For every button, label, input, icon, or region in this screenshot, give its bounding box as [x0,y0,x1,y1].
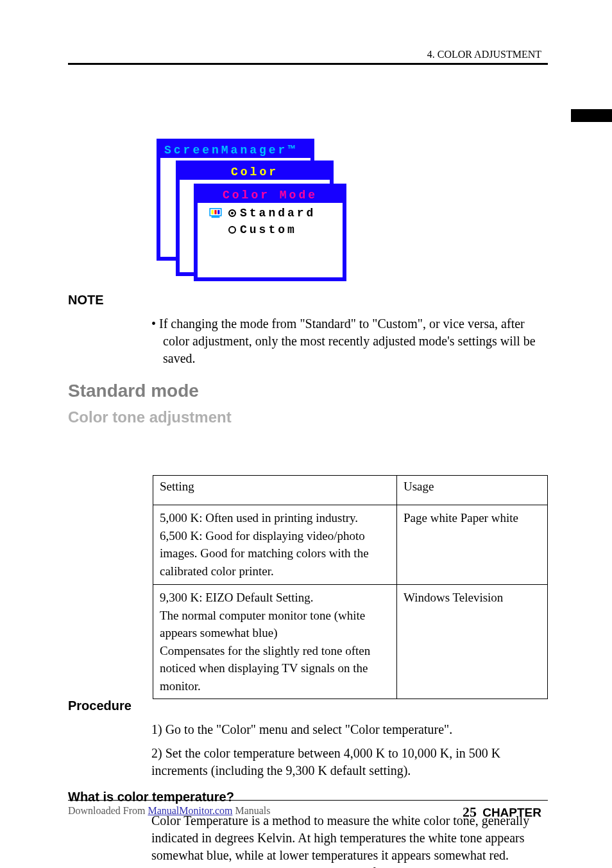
radio-unselected-icon [228,226,236,234]
svg-rect-3 [217,210,219,214]
osd-option-label: Custom [240,223,297,236]
thumb-index-bar [571,109,612,122]
svg-rect-4 [212,216,220,218]
osd-title-color-mode: Color Mode [198,187,343,203]
procedure-step-2: 2) Set the color temperature between 4,0… [68,745,548,779]
footer-source: Downloaded From ManualMonitor.com Manual… [68,805,271,817]
osd-window-color-mode: Color Mode Standard Custom [194,184,346,281]
svg-rect-2 [214,210,216,214]
page-number: 25 [463,804,477,820]
color-temperature-table: Setting Usage 5,000 K: Often used in pri… [153,475,548,699]
osd-menu-screenshot: ScreenManager™ Color Color Mode Standard… [157,139,346,281]
footer-page: 25 CHAPTER [463,804,541,820]
svg-rect-1 [212,210,214,214]
header-chapter: 4. COLOR ADJUSTMENT [427,49,541,60]
footer-rule [68,800,548,801]
procedure-step-1: 1) Go to the "Color" menu and select "Co… [68,721,548,738]
heading-color-tone: Color tone adjustment [68,407,548,428]
table-header-setting: Setting [153,476,397,505]
table-header-usage: Usage [397,476,548,505]
note-label: NOTE [68,293,104,307]
osd-option-label: Standard [240,207,316,220]
header-rule [68,63,548,65]
table-cell: Windows Television [397,585,548,699]
osd-option-custom[interactable]: Custom [228,223,343,236]
procedure-label: Procedure [68,697,548,715]
radio-selected-icon [228,209,236,217]
osd-title-screenmanager: ScreenManager™ [160,143,310,158]
heading-standard-mode: Standard mode [68,379,548,403]
osd-title-color: Color [180,164,330,180]
note-block: NOTE [68,291,548,309]
table-cell: 5,000 K: Often used in printing industry… [153,505,397,585]
page-label: CHAPTER [482,806,541,819]
osd-option-standard[interactable]: Standard [209,207,343,220]
definition-text: Color Temperature is a method to measure… [68,812,548,868]
color-mode-icon [209,208,222,218]
note-text: • If changing the mode from "Standard" t… [68,315,548,367]
table-cell: 9,300 K: EIZO Default Setting. The norma… [153,585,397,699]
table-cell: Page white Paper white [397,505,548,585]
footer-link[interactable]: ManualMonitor.com [148,805,232,816]
